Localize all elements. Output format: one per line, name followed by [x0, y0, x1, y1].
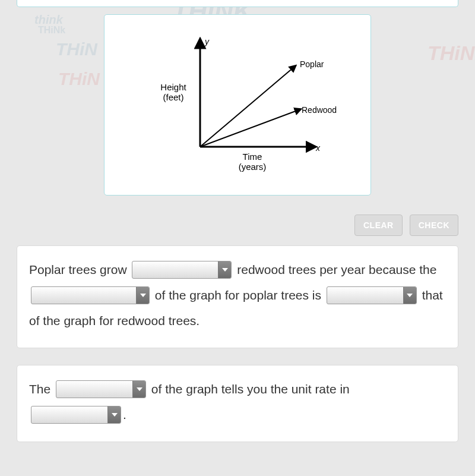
y-axis-title-2: (feet) [163, 92, 183, 102]
chevron-down-icon [107, 406, 121, 423]
text-s1-p3: of the graph for poplar trees is [151, 288, 325, 302]
check-button[interactable]: CHECK [410, 215, 458, 236]
text-s1-p2: redwood trees per year because the [233, 263, 436, 276]
chevron-down-icon [218, 261, 231, 278]
chevron-down-icon [132, 381, 145, 398]
x-axis-title-1: Time [243, 152, 262, 162]
y-axis-title-1: Height [160, 82, 186, 92]
dropdown-4[interactable] [56, 380, 146, 398]
answer-panel-1: Poplar trees grow redwood trees per year… [17, 245, 458, 348]
line-label-poplar: Poplar [300, 59, 324, 69]
top-panel-edge [17, 0, 458, 7]
y-axis-var: y [204, 37, 210, 46]
dropdown-5[interactable] [31, 406, 121, 424]
svg-line-2 [200, 67, 294, 147]
text-s2-p3: . [123, 408, 126, 421]
line-label-redwood: Redwood [302, 105, 337, 115]
dropdown-3[interactable] [327, 286, 417, 304]
text-s1-p1: Poplar trees grow [29, 263, 130, 276]
tree-growth-graph: y x Height (feet) Time (years) Poplar Re… [134, 34, 341, 176]
main-container: y x Height (feet) Time (years) Poplar Re… [0, 0, 475, 442]
graph-panel: y x Height (feet) Time (years) Poplar Re… [104, 14, 371, 196]
dropdown-1[interactable] [132, 261, 232, 279]
clear-button[interactable]: CLEAR [354, 215, 403, 236]
answer-panel-2: The of the graph tells you the unit rate… [17, 365, 458, 442]
text-s2-p2: of the graph tells you the unit rate in [148, 382, 350, 396]
dropdown-2[interactable] [31, 286, 150, 304]
chevron-down-icon [403, 287, 416, 304]
chevron-down-icon [136, 287, 149, 304]
svg-line-3 [200, 110, 299, 147]
x-axis-var: x [315, 143, 321, 153]
x-axis-title-2: (years) [239, 162, 267, 172]
action-buttons: CLEAR CHECK [17, 215, 458, 236]
text-s2-p1: The [29, 382, 54, 396]
